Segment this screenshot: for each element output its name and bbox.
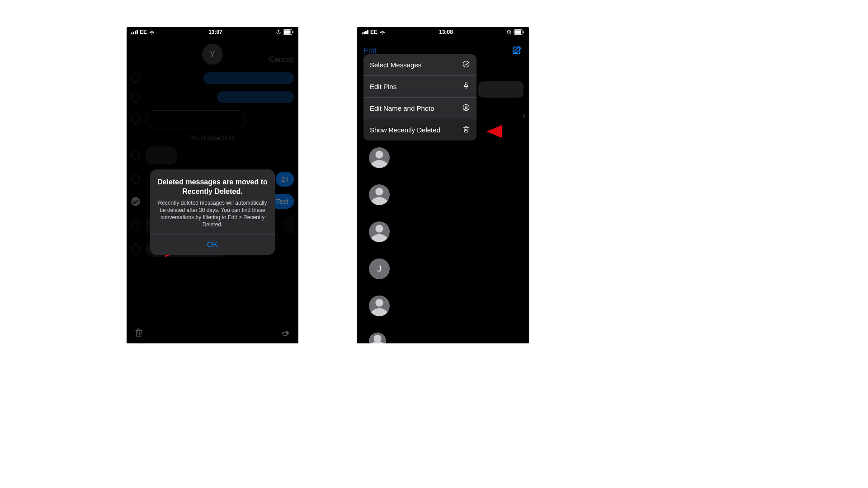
alarm-icon	[506, 29, 512, 35]
menu-item-label: Edit Name and Photo	[370, 104, 434, 112]
chat-list: J	[357, 147, 529, 343]
compose-button[interactable]	[512, 45, 523, 57]
cancel-button[interactable]: Cancel	[269, 55, 293, 64]
message-bubble[interactable]	[203, 72, 294, 84]
select-circle[interactable]	[131, 74, 140, 83]
battery-icon	[514, 29, 524, 35]
alert-ok-button[interactable]: OK	[150, 235, 275, 255]
menu-item-recently-deleted[interactable]: Show Recently Deleted	[363, 119, 476, 141]
menu-item-edit-name-photo[interactable]: Edit Name and Photo	[363, 98, 476, 119]
menu-item-label: Show Recently Deleted	[370, 126, 440, 134]
svg-point-9	[463, 61, 469, 67]
wifi-icon	[379, 30, 386, 35]
cellular-signal-icon	[362, 30, 368, 34]
alert-message: Recently deleted messages will automatic…	[157, 199, 268, 229]
svg-rect-6	[514, 30, 521, 33]
trash-icon	[462, 125, 470, 135]
message-bubble[interactable]	[146, 110, 245, 128]
chat-avatar[interactable]	[369, 147, 390, 168]
date-separator: Thu 21 Oct at 22:16	[131, 136, 294, 141]
wifi-icon	[149, 30, 155, 35]
select-circle[interactable]	[131, 244, 140, 253]
trash-icon[interactable]	[134, 327, 144, 340]
battery-icon	[283, 29, 294, 35]
select-icon	[462, 60, 470, 70]
select-circle[interactable]	[131, 221, 140, 230]
phone-screenshot-right: EE 13:08 Edit › Select Messages	[357, 27, 529, 343]
select-circle[interactable]	[131, 93, 140, 102]
message-bubble[interactable]	[283, 216, 294, 234]
search-field[interactable]	[478, 81, 524, 98]
chat-avatar[interactable]: J	[369, 258, 390, 279]
status-time: 13:08	[439, 29, 453, 35]
chat-avatar[interactable]	[369, 184, 390, 205]
menu-item-label: Select Messages	[370, 61, 421, 69]
status-time: 13:07	[208, 29, 222, 35]
select-circle[interactable]	[131, 175, 140, 184]
status-bar: EE 13:08	[357, 27, 529, 37]
select-circle[interactable]	[131, 115, 140, 124]
pin-icon	[462, 82, 470, 91]
menu-item-select-messages[interactable]: Select Messages	[363, 54, 476, 76]
carrier-label: EE	[140, 29, 147, 35]
alert-dialog: Deleted messages are moved to Recently D…	[150, 169, 275, 255]
bottom-toolbar	[127, 323, 298, 343]
message-bubble[interactable]	[217, 91, 294, 103]
menu-item-edit-pins[interactable]: Edit Pins	[363, 76, 476, 98]
select-circle[interactable]	[131, 151, 140, 160]
alert-title: Deleted messages are moved to Recently D…	[157, 178, 268, 197]
chevron-right-icon: ›	[523, 111, 525, 120]
chat-avatar[interactable]	[369, 296, 390, 316]
edit-menu: Select Messages Edit Pins Edit Name and …	[363, 54, 476, 141]
menu-item-label: Edit Pins	[370, 83, 396, 90]
message-bubble[interactable]: 2 l	[276, 172, 294, 187]
alarm-icon	[276, 29, 281, 35]
contact-avatar[interactable]: Y	[202, 44, 223, 65]
chat-avatar[interactable]	[369, 221, 390, 242]
conversation-header: Y Cancel	[127, 37, 298, 71]
chat-avatar[interactable]	[369, 333, 386, 343]
annotation-arrow	[486, 125, 502, 138]
svg-rect-2	[284, 30, 291, 33]
phone-screenshot-left: EE 13:07 Y Cancel Thu 21 Oct at 22:16	[127, 27, 298, 343]
svg-point-11	[465, 106, 467, 108]
status-bar: EE 13:07	[127, 27, 298, 37]
share-icon[interactable]	[279, 328, 291, 339]
svg-rect-7	[523, 31, 524, 33]
carrier-label: EE	[370, 29, 377, 35]
select-circle-checked[interactable]	[131, 197, 140, 206]
svg-rect-3	[292, 31, 293, 33]
message-bubble[interactable]	[146, 146, 177, 164]
person-circle-icon	[462, 103, 470, 113]
cellular-signal-icon	[131, 30, 138, 34]
